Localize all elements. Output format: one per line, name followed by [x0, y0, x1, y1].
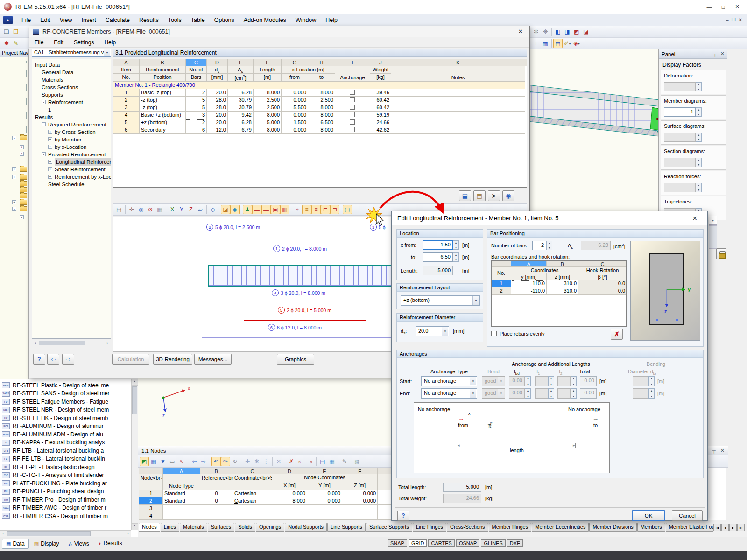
- status-toggle-grid[interactable]: GRID: [409, 539, 427, 547]
- spin-down-icon[interactable]: ▾: [651, 395, 652, 398]
- node-column-letter-C[interactable]: C: [233, 468, 272, 474]
- node-row-number[interactable]: 1: [139, 490, 163, 497]
- anchorage-cell[interactable]: [335, 119, 370, 126]
- fe-mesh-icon[interactable]: ◨: [563, 27, 572, 36]
- table-tab-member-elastic-foundations[interactable]: Member Elastic Foundations: [666, 523, 713, 532]
- table-tab-members[interactable]: Members: [637, 523, 665, 532]
- to-input[interactable]: 6.50: [423, 252, 453, 262]
- table-settings-icon[interactable]: ◩: [140, 457, 149, 466]
- as-cell[interactable]: 6.28: [228, 89, 254, 97]
- help-button[interactable]: ?: [33, 354, 45, 365]
- tree-item-shear-reinforcement[interactable]: +Shear Reinforcement: [32, 166, 111, 173]
- module-list-item[interactable]: SANSRF-STEEL SANS - Design of steel mer: [2, 390, 131, 398]
- menu-help[interactable]: Help: [321, 15, 342, 25]
- navigator-tab-data[interactable]: ▦Data: [2, 539, 29, 549]
- display-factor-spinner[interactable]: ▴▾: [696, 158, 702, 167]
- spin-up-icon[interactable]: ▴: [698, 159, 699, 161]
- to-cell[interactable]: 8.000: [308, 89, 335, 97]
- module-list-item[interactable]: PURF-PUNCH - Punching shear design: [2, 488, 131, 496]
- display-factor-input[interactable]: [664, 183, 696, 192]
- scroll-left-icon[interactable]: ‹: [32, 341, 39, 345]
- 3d-rendering-button[interactable]: 3D-Rendering: [153, 354, 192, 365]
- spin-up-icon[interactable]: ▴: [527, 389, 529, 392]
- z-cell[interactable]: 0.000: [342, 490, 378, 497]
- spin-down-icon[interactable]: ▾: [573, 395, 574, 398]
- navigator-tab-views[interactable]: ◭Views: [64, 539, 93, 549]
- color-scale-icon[interactable]: ◈▾: [572, 39, 581, 48]
- display-factor-spinner[interactable]: ▴▾: [696, 183, 702, 192]
- tree-item-general-data[interactable]: General Data: [32, 69, 111, 76]
- section-view-icon[interactable]: ◪: [221, 205, 230, 214]
- anchor-left-icon[interactable]: ⊏: [321, 205, 330, 214]
- modules-icon[interactable]: ❊: [541, 27, 550, 36]
- more-icon[interactable]: ⋮: [261, 457, 271, 466]
- anchorage-checkbox[interactable]: [350, 127, 355, 132]
- spin-up-icon[interactable]: ▴: [573, 389, 574, 392]
- spin-up-icon[interactable]: ▴: [549, 242, 550, 245]
- start-bending-spinner[interactable]: ▴▾: [648, 376, 655, 386]
- end-lbd-spinner[interactable]: ▴▾: [525, 388, 531, 399]
- start-l1-spinner[interactable]: ▴▾: [548, 376, 554, 386]
- from-cell[interactable]: 0.000: [282, 126, 308, 134]
- tables-icon[interactable]: ▦: [541, 39, 550, 48]
- export-icon[interactable]: ⬓: [459, 190, 471, 201]
- weight-cell[interactable]: 60.42: [370, 97, 391, 104]
- calc-icon[interactable]: ◪: [581, 27, 591, 36]
- display-factor-input[interactable]: [664, 158, 696, 167]
- table-view-icon[interactable]: ▤: [318, 457, 327, 466]
- stirrups-view-icon[interactable]: ▥: [280, 205, 289, 214]
- notes-cell[interactable]: [391, 112, 525, 119]
- ds-cell[interactable]: 28.0: [207, 97, 228, 104]
- panel-close-icon[interactable]: ✕: [720, 51, 725, 57]
- display-props-icon[interactable]: ✐▾: [563, 39, 572, 48]
- expand-icon[interactable]: +: [12, 167, 16, 171]
- dock-pin-icon[interactable]: ┬: [712, 448, 716, 453]
- column-letter-C[interactable]: C: [186, 59, 207, 66]
- status-toggle-dxf[interactable]: DXF: [507, 539, 523, 547]
- cut-rows-icon[interactable]: ✗: [287, 457, 296, 466]
- shift-left-icon[interactable]: ⇤: [296, 457, 305, 466]
- node-column-letter-E[interactable]: E: [307, 468, 342, 474]
- display-factor-spinner[interactable]: ▴▾: [696, 133, 702, 142]
- table-tab-openings[interactable]: Openings: [256, 523, 284, 532]
- folder-icon[interactable]: [20, 200, 27, 205]
- delete-selection-icon[interactable]: ✕: [274, 457, 283, 466]
- column-letter-J[interactable]: J: [370, 59, 391, 66]
- nav-back-button[interactable]: ⇦: [47, 354, 59, 365]
- jump-prev-icon[interactable]: ⇦: [190, 457, 199, 466]
- folder-icon[interactable]: [20, 187, 27, 192]
- calc-all-icon[interactable]: ◩: [572, 27, 581, 36]
- length-cell[interactable]: 8.000: [254, 89, 282, 97]
- delete-row-icon[interactable]: ▼: [158, 457, 168, 466]
- notes-cell[interactable]: [391, 119, 525, 126]
- menu-table[interactable]: Table: [186, 15, 210, 25]
- add-node-icon[interactable]: ✚: [243, 457, 252, 466]
- column-letter-D[interactable]: D: [207, 59, 228, 66]
- spin-down-icon[interactable]: ▾: [698, 189, 699, 191]
- tree-item-supports[interactable]: Supports: [32, 91, 111, 98]
- tree-hscrollbar[interactable]: ‹›: [32, 340, 111, 346]
- concrete-menu-file[interactable]: File: [29, 38, 49, 47]
- end-l2-spinner[interactable]: ▴▾: [571, 388, 577, 399]
- bars-cell[interactable]: 2: [186, 119, 207, 126]
- zoom-in-icon[interactable]: ◎: [136, 205, 146, 214]
- spin-down-icon[interactable]: ▾: [549, 246, 550, 249]
- rendering-icon[interactable]: ◆: [230, 205, 240, 214]
- mdi-minimize-icon[interactable]: –: [726, 17, 729, 22]
- folder-icon[interactable]: [20, 193, 27, 198]
- mdi-close-icon[interactable]: ✕: [739, 17, 742, 22]
- to-cell[interactable]: 8.000: [308, 104, 335, 112]
- node-column-letter-A[interactable]: A: [163, 468, 200, 474]
- table-tab-member-divisions[interactable]: Member Divisions: [589, 523, 636, 532]
- tree-item-reinforcement[interactable]: -Reinforcement: [32, 98, 111, 106]
- display-factor-input[interactable]: 1: [664, 107, 696, 117]
- dim-top-icon[interactable]: ≡: [302, 205, 311, 214]
- anchorage-checkbox[interactable]: [350, 90, 355, 95]
- as-cell[interactable]: 6.28: [228, 119, 254, 126]
- table-tab-materials[interactable]: Materials: [180, 523, 207, 532]
- table-tab-nodes[interactable]: Nodes: [139, 523, 160, 532]
- panel-scrollbar[interactable]: [709, 225, 717, 249]
- expand-icon[interactable]: +: [48, 137, 52, 141]
- bars-cell[interactable]: 5: [186, 97, 207, 104]
- dialog-close-button[interactable]: ✕: [688, 214, 702, 223]
